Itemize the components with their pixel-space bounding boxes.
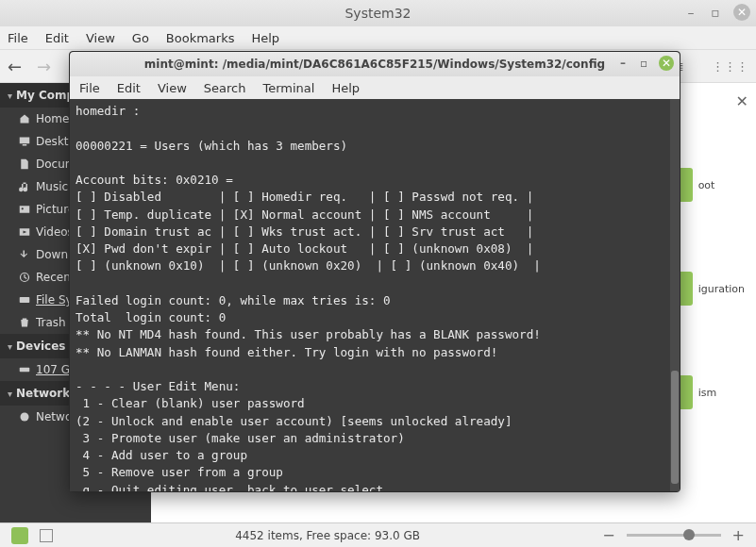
music-icon (19, 181, 30, 192)
menu-file[interactable]: File (8, 31, 28, 45)
status-text: 4452 items, Free space: 93.0 GB (64, 529, 591, 542)
drive-icon (19, 364, 30, 375)
status-toggle-icon[interactable] (40, 529, 53, 542)
svg-point-8 (21, 413, 29, 422)
terminal-minimize-icon[interactable]: – (617, 58, 629, 69)
svg-rect-1 (23, 144, 27, 146)
trash-icon (19, 317, 30, 328)
desktop-icon (19, 136, 30, 147)
menu-edit[interactable]: Edit (45, 31, 69, 45)
maximize-icon[interactable]: ▫ (709, 6, 722, 19)
term-menu-terminal[interactable]: Terminal (262, 81, 314, 95)
terminal-scrollbar[interactable] (670, 99, 680, 491)
svg-point-3 (22, 207, 24, 209)
file-manager-titlebar[interactable]: System32 – ▫ ✕ (0, 0, 756, 26)
term-menu-file[interactable]: File (79, 81, 100, 95)
file-manager-menubar: File Edit View Go Bookmarks Help (0, 26, 756, 49)
window-title: System32 (344, 6, 411, 21)
terminal-output: homedir : 00000221 = Users (which has 3 … (76, 103, 680, 491)
download-icon (19, 249, 30, 260)
menu-bookmarks[interactable]: Bookmarks (166, 31, 235, 45)
menu-help[interactable]: Help (251, 31, 279, 45)
filesystem-icon (19, 294, 30, 306)
menu-view[interactable]: View (86, 31, 115, 45)
zoom-in-icon[interactable]: + (732, 526, 745, 544)
compact-view-icon[interactable]: ⋮⋮⋮ (712, 59, 748, 74)
terminal-title: mint@mint: /media/mint/DA6C861A6C85F215/… (144, 58, 605, 71)
term-menu-search[interactable]: Search (204, 81, 246, 95)
term-menu-view[interactable]: View (158, 81, 187, 95)
terminal-maximize-icon[interactable]: ▫ (638, 58, 649, 69)
close-icon[interactable]: ✕ (733, 4, 750, 21)
documents-icon (19, 158, 30, 170)
network-icon (19, 411, 30, 423)
terminal-titlebar[interactable]: mint@mint: /media/mint/DA6C861A6C85F215/… (70, 52, 680, 76)
videos-icon (19, 226, 30, 238)
svg-rect-0 (20, 138, 30, 144)
svg-rect-2 (20, 206, 30, 213)
terminal-close-icon[interactable]: ✕ (659, 56, 674, 71)
back-icon[interactable]: ← (8, 57, 22, 76)
status-app-icon[interactable] (11, 527, 28, 544)
term-menu-edit[interactable]: Edit (117, 81, 141, 95)
home-icon (19, 113, 30, 124)
menu-go[interactable]: Go (132, 31, 149, 45)
status-bar: 4452 items, Free space: 93.0 GB − + (0, 522, 756, 547)
terminal-body[interactable]: homedir : 00000221 = Users (which has 3 … (70, 99, 680, 491)
zoom-out-icon[interactable]: − (602, 526, 614, 544)
terminal-menubar: File Edit View Search Terminal Help (70, 76, 680, 99)
forward-icon[interactable]: → (37, 57, 51, 76)
panel-close-icon[interactable]: ✕ (736, 92, 748, 110)
pictures-icon (19, 204, 30, 215)
terminal-window[interactable]: mint@mint: /media/mint/DA6C861A6C85F215/… (69, 51, 680, 492)
recent-icon (19, 272, 30, 283)
minimize-icon[interactable]: – (684, 6, 697, 19)
zoom-slider[interactable] (627, 534, 721, 537)
svg-rect-6 (20, 297, 30, 303)
term-menu-help[interactable]: Help (331, 81, 360, 95)
svg-rect-7 (20, 368, 30, 373)
